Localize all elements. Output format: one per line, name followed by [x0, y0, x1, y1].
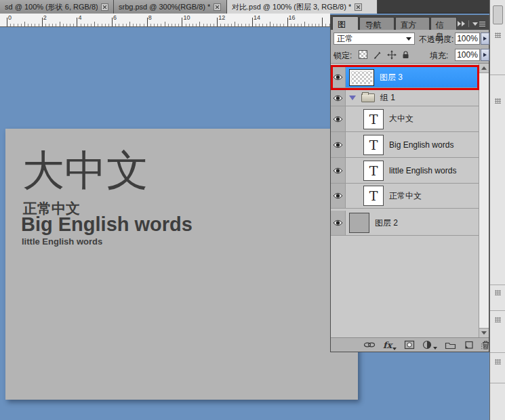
- layer-thumbnail[interactable]: [349, 213, 369, 233]
- document-tab-label: 对比.psd @ 100% (图层 3, RGB/8) *: [232, 2, 351, 12]
- eye-icon: [333, 74, 343, 81]
- new-layer-icon[interactable]: [464, 340, 474, 350]
- photoshop-window: sd @ 100% (形状 6, RGB/8) srbg.psd @ 300%(…: [0, 0, 505, 420]
- layer-row-layer2[interactable]: 图层 2: [331, 211, 479, 236]
- ruler-label: 0: [8, 14, 12, 21]
- canvas-text-little-english: little English words: [22, 236, 102, 247]
- layer-row-littleen[interactable]: T little English words: [331, 158, 479, 184]
- dock-collapse-button[interactable]: [493, 5, 503, 24]
- panel-bottom-toolbar: fx: [331, 337, 489, 352]
- ruler-label: 4: [78, 14, 81, 21]
- ruler-label: 12: [218, 14, 225, 21]
- layer-mask-icon[interactable]: [404, 340, 415, 350]
- layer-thumbnail[interactable]: [349, 69, 374, 86]
- visibility-toggle[interactable]: [331, 67, 346, 87]
- text-layer-icon[interactable]: T: [363, 186, 384, 206]
- arrow-right-icon: [483, 37, 487, 41]
- document-tab-2[interactable]: srbg.psd @ 300%(RGB/8) *: [114, 0, 227, 14]
- chevron-down-icon: [406, 37, 411, 41]
- eye-icon: [333, 95, 343, 102]
- link-layers-icon[interactable]: [363, 341, 376, 349]
- text-layer-icon[interactable]: T: [363, 109, 384, 129]
- close-icon[interactable]: [101, 3, 108, 11]
- blend-mode-value: 正常: [337, 33, 353, 45]
- lock-position-icon[interactable]: [386, 49, 397, 60]
- horizontal-ruler[interactable]: 0246810121416: [0, 14, 330, 27]
- canvas-text-big-chinese: 大中文: [22, 148, 148, 194]
- scrollbar[interactable]: [479, 64, 489, 337]
- folder-icon[interactable]: [361, 93, 375, 102]
- document-tab-label: srbg.psd @ 300%(RGB/8) *: [119, 3, 210, 11]
- layers-panel: 图层 导航器 直方图 信息 正常 不透明度: 100% 锁定:: [330, 15, 489, 352]
- document-tabbar: sd @ 100% (形状 6, RGB/8) srbg.psd @ 300%(…: [0, 0, 489, 14]
- close-icon[interactable]: [355, 3, 362, 11]
- separator: [468, 20, 469, 27]
- tab-histogram[interactable]: 直方图: [395, 17, 430, 30]
- layer-row-group1[interactable]: 组 1: [331, 90, 479, 106]
- close-icon[interactable]: [214, 3, 221, 11]
- layer-name: 图层 3: [380, 72, 403, 83]
- layer-row-normcn[interactable]: T 正常中文: [331, 184, 479, 209]
- opacity-input[interactable]: 100%: [455, 33, 480, 45]
- tab-info[interactable]: 信息: [430, 17, 457, 30]
- ruler-label: 10: [184, 14, 190, 21]
- visibility-toggle[interactable]: [331, 211, 346, 235]
- scroll-down-icon[interactable]: [479, 328, 489, 337]
- adjustment-layer-icon[interactable]: [422, 340, 437, 350]
- panel-tabbar: 图层 导航器 直方图 信息: [331, 15, 489, 30]
- fill-input[interactable]: 100%: [455, 49, 480, 61]
- dock-grip-icon[interactable]: [495, 359, 501, 364]
- document-tab-1[interactable]: sd @ 100% (形状 6, RGB/8): [0, 0, 114, 14]
- text-layer-icon[interactable]: T: [363, 135, 384, 155]
- tab-navigator[interactable]: 导航器: [359, 17, 394, 30]
- dock-grip-icon[interactable]: [495, 290, 501, 295]
- canvas-text-big-english: Big English words: [21, 213, 193, 236]
- eye-icon: [333, 142, 343, 148]
- ruler-label: 2: [43, 14, 47, 21]
- layer-name: 组 1: [380, 92, 395, 104]
- eye-icon: [333, 116, 343, 123]
- lock-pixels-icon[interactable]: [372, 49, 382, 60]
- layer-style-icon[interactable]: fx: [383, 340, 397, 350]
- panel-menu-icon[interactable]: [472, 22, 485, 26]
- visibility-toggle[interactable]: [331, 158, 346, 183]
- visibility-toggle[interactable]: [331, 106, 346, 131]
- visibility-toggle[interactable]: [331, 132, 346, 157]
- blend-mode-select[interactable]: 正常: [334, 33, 415, 45]
- lock-transparency-icon[interactable]: [358, 49, 368, 60]
- ruler-label: 6: [113, 14, 117, 21]
- layer-list: 图层 3 组 1 T 大中: [331, 64, 489, 337]
- document-tab-label: sd @ 100% (形状 6, RGB/8): [5, 2, 98, 12]
- blend-opacity-row: 正常 不透明度: 100%: [331, 30, 489, 47]
- arrow-right-icon: [483, 53, 487, 57]
- layer-row-layer3[interactable]: 图层 3: [331, 67, 479, 88]
- collapse-panel-icon[interactable]: [458, 21, 465, 26]
- ruler-label: 14: [254, 14, 260, 21]
- dock-grip-icon[interactable]: [495, 33, 501, 38]
- dock-grip-icon[interactable]: [495, 317, 501, 322]
- opacity-slider-button[interactable]: [481, 33, 489, 45]
- layer-name: 正常中文: [389, 190, 422, 202]
- panel-resize-grip[interactable]: [481, 343, 487, 350]
- visibility-toggle[interactable]: [331, 90, 346, 106]
- lock-all-icon[interactable]: [401, 49, 411, 60]
- visibility-toggle[interactable]: [331, 184, 346, 208]
- text-layer-icon[interactable]: T: [363, 161, 384, 181]
- dock-strip: [489, 0, 505, 420]
- layer-name: little English words: [389, 166, 456, 175]
- document-tab-3-active[interactable]: 对比.psd @ 100% (图层 3, RGB/8) *: [227, 0, 378, 14]
- scroll-up-icon[interactable]: [479, 64, 489, 73]
- new-group-icon[interactable]: [445, 341, 456, 350]
- layer-row-bigen[interactable]: T Big English words: [331, 132, 479, 158]
- eye-icon: [333, 192, 343, 199]
- dock-grip-icon[interactable]: [495, 98, 501, 104]
- group-expand-icon[interactable]: [349, 96, 356, 100]
- tab-layers[interactable]: 图层: [332, 16, 359, 30]
- lock-label: 锁定:: [334, 50, 352, 62]
- fill-slider-button[interactable]: [481, 49, 489, 61]
- opacity-label: 不透明度:: [419, 34, 453, 45]
- layer-name: Big English words: [389, 140, 453, 150]
- lock-fill-row: 锁定: 填充: 100%: [331, 47, 489, 64]
- ruler-label: 16: [289, 14, 296, 21]
- layer-row-bigcn[interactable]: T 大中文: [331, 106, 479, 132]
